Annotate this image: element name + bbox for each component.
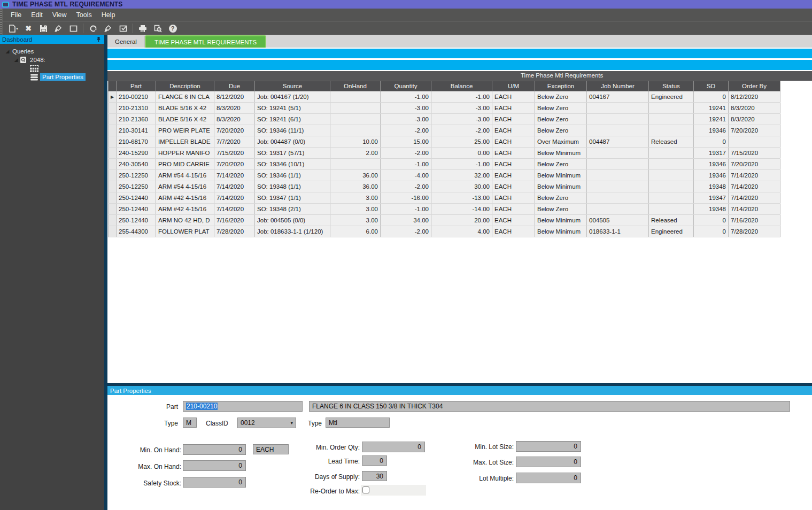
table-cell[interactable]: 210-30141 bbox=[117, 125, 156, 136]
table-cell[interactable]: 250-12440 bbox=[117, 204, 156, 215]
column-header[interactable]: Balance bbox=[431, 81, 492, 91]
table-cell[interactable]: 19241 bbox=[694, 114, 729, 125]
table-cell[interactable]: Engineered bbox=[649, 226, 694, 237]
table-cell[interactable] bbox=[587, 170, 649, 181]
tree-label-part-properties[interactable]: Part Properties bbox=[40, 73, 86, 81]
column-header[interactable]: Job Number bbox=[587, 81, 649, 91]
table-cell[interactable]: EACH bbox=[492, 192, 535, 204]
table-cell[interactable]: 10.00 bbox=[330, 136, 381, 148]
table-cell[interactable]: Below Minimum bbox=[535, 226, 587, 237]
table-cell[interactable]: 7/14/2020 bbox=[729, 181, 780, 192]
row-indicator[interactable] bbox=[109, 181, 117, 192]
table-cell[interactable]: 36.00 bbox=[330, 181, 381, 192]
table-cell[interactable]: HOPPER MANIFO bbox=[156, 148, 214, 159]
type2-field[interactable]: Mtl bbox=[326, 418, 390, 428]
table-cell[interactable]: 7/20/2020 bbox=[214, 125, 255, 136]
table-cell[interactable] bbox=[587, 125, 649, 136]
table-cell[interactable]: 0 bbox=[694, 136, 729, 148]
table-cell[interactable]: 7/28/2020 bbox=[729, 226, 780, 237]
table-cell[interactable]: -4.00 bbox=[381, 170, 431, 181]
column-header[interactable]: Status bbox=[649, 81, 694, 91]
tab-general[interactable]: General bbox=[107, 36, 145, 48]
column-header[interactable]: U/M bbox=[492, 81, 535, 91]
table-cell[interactable]: 255-44300 bbox=[117, 226, 156, 237]
table-cell[interactable]: 3.00 bbox=[330, 192, 381, 204]
table-cell[interactable]: Below Minimum bbox=[535, 170, 587, 181]
table-cell[interactable]: -3.00 bbox=[431, 114, 492, 125]
table-cell[interactable]: 210-00210 bbox=[117, 91, 156, 103]
current-row-indicator[interactable]: ▶ bbox=[109, 91, 117, 103]
table-cell[interactable]: Below Zero bbox=[535, 103, 587, 114]
reorder-to-max-checkbox[interactable] bbox=[362, 486, 369, 493]
row-indicator[interactable] bbox=[109, 136, 117, 148]
table-row[interactable]: 250-12250ARM #54 4-15/167/14/2020SO: 193… bbox=[109, 170, 780, 181]
table-cell[interactable]: 7/16/2020 bbox=[214, 215, 255, 226]
table-cell[interactable]: EACH bbox=[492, 215, 535, 226]
table-cell[interactable]: -1.00 bbox=[381, 91, 431, 103]
table-cell[interactable]: 19348 bbox=[694, 181, 729, 192]
table-row[interactable]: 250-12440ARM #42 4-15/167/14/2020SO: 193… bbox=[109, 204, 780, 215]
tab-time-phase-mtl-requirements[interactable]: TIME PHASE MTL REQUIREMENTS bbox=[145, 35, 266, 48]
new-document-button[interactable]: ▾ bbox=[6, 22, 20, 35]
table-cell[interactable]: 20.00 bbox=[431, 215, 492, 226]
note-button[interactable] bbox=[66, 22, 80, 35]
type-field[interactable]: M bbox=[183, 418, 197, 428]
table-cell[interactable]: 7/14/2020 bbox=[729, 192, 780, 204]
help-button[interactable]: ? bbox=[166, 22, 180, 35]
table-cell[interactable]: Engineered bbox=[649, 91, 694, 103]
table-row[interactable]: 240-15290HOPPER MANIFO7/15/2020SO: 19317… bbox=[109, 148, 780, 159]
table-cell[interactable]: -14.00 bbox=[431, 204, 492, 215]
table-cell[interactable]: -2.00 bbox=[431, 125, 492, 136]
column-header[interactable]: OnHand bbox=[330, 81, 381, 91]
tree-node-queries[interactable]: ◢ Queries bbox=[0, 47, 104, 56]
table-cell[interactable] bbox=[330, 103, 381, 114]
table-cell[interactable]: Job: 004505 (0/0) bbox=[255, 215, 330, 226]
tree-label-query[interactable]: 2048: bbox=[28, 57, 47, 63]
row-indicator[interactable] bbox=[109, 103, 117, 114]
table-cell[interactable]: 250-12250 bbox=[117, 181, 156, 192]
table-cell[interactable] bbox=[330, 125, 381, 136]
clear-button[interactable] bbox=[51, 22, 65, 35]
table-cell[interactable]: SO: 19241 (6/1) bbox=[255, 114, 330, 125]
table-cell[interactable]: EACH bbox=[492, 136, 535, 148]
table-cell[interactable]: Below Zero bbox=[535, 91, 587, 103]
print-button[interactable] bbox=[136, 22, 150, 35]
lot-multiple-input[interactable] bbox=[516, 473, 581, 483]
table-cell[interactable]: Released bbox=[649, 136, 694, 148]
table-cell[interactable]: 19348 bbox=[694, 204, 729, 215]
safety-stock-input[interactable] bbox=[183, 477, 246, 488]
part-description-field[interactable]: FLANGE 6 IN CLASS 150 3/8 IN THICK T304 bbox=[309, 401, 790, 412]
table-cell[interactable]: 2.00 bbox=[330, 148, 381, 159]
table-cell[interactable] bbox=[649, 204, 694, 215]
menu-file[interactable]: File bbox=[6, 9, 26, 21]
toolbar-grip[interactable] bbox=[0, 22, 3, 35]
table-cell[interactable] bbox=[587, 103, 649, 114]
table-cell[interactable]: 3.00 bbox=[330, 215, 381, 226]
table-cell[interactable]: PRO WEIR PLATE bbox=[156, 125, 214, 136]
table-cell[interactable]: 210-21310 bbox=[117, 103, 156, 114]
table-cell[interactable]: EACH bbox=[492, 181, 535, 192]
table-cell[interactable] bbox=[587, 192, 649, 204]
table-cell[interactable]: IMPELLER BLADE bbox=[156, 136, 214, 148]
table-cell[interactable]: 25.00 bbox=[431, 136, 492, 148]
table-cell[interactable]: 7/15/2020 bbox=[729, 148, 780, 159]
table-cell[interactable]: 4.00 bbox=[431, 226, 492, 237]
refresh-button[interactable] bbox=[86, 22, 100, 35]
table-cell[interactable] bbox=[649, 181, 694, 192]
table-cell[interactable]: 8/3/2020 bbox=[214, 103, 255, 114]
table-cell[interactable]: Below Zero bbox=[535, 204, 587, 215]
table-cell[interactable]: Below Minimum bbox=[535, 181, 587, 192]
pin-icon[interactable] bbox=[95, 36, 102, 43]
expander-icon[interactable]: ◢ bbox=[4, 49, 11, 54]
table-row[interactable]: 250-12250ARM #54 4-15/167/14/2020SO: 193… bbox=[109, 181, 780, 192]
table-cell[interactable]: -2.00 bbox=[381, 148, 431, 159]
table-cell[interactable]: FOLLOWER PLAT bbox=[156, 226, 214, 237]
table-cell[interactable]: -16.00 bbox=[381, 192, 431, 204]
table-cell[interactable]: SO: 19241 (5/1) bbox=[255, 103, 330, 114]
table-cell[interactable]: Job: 004167 (1/20) bbox=[255, 91, 330, 103]
days-of-supply-input[interactable] bbox=[362, 471, 387, 481]
table-cell[interactable]: 7/14/2020 bbox=[214, 192, 255, 204]
tree-node-query-2048[interactable]: ◢ 2048: bbox=[0, 56, 104, 64]
table-row[interactable]: 210-21310BLADE 5/16 X 428/3/2020SO: 1924… bbox=[109, 103, 780, 114]
table-cell[interactable]: EACH bbox=[492, 159, 535, 170]
